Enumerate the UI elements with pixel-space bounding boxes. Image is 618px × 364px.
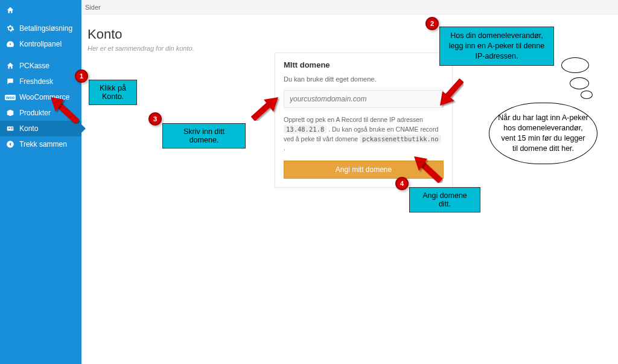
domain-input[interactable] (284, 90, 444, 108)
breadcrumb-bar: Sider (81, 0, 618, 14)
arrow-icon (410, 154, 444, 183)
sidebar-item-label: Trekk sammen (19, 140, 67, 148)
sidebar-item-label: Betalingsløsning (19, 24, 72, 33)
arrow-icon (249, 94, 282, 123)
svg-rect-2 (11, 127, 13, 128)
thought-bubble-dot (581, 91, 593, 99)
chat-icon (6, 77, 14, 86)
svg-rect-3 (11, 129, 13, 129)
gear-icon (6, 24, 14, 33)
annotation-badge-2: 2 (425, 17, 439, 30)
woocommerce-icon: woo (6, 93, 14, 101)
annotation-callout-4: Angi domene ditt. (409, 187, 480, 212)
sidebar-item-label: Freshdesk (19, 77, 53, 86)
sidebar-item-pckasse[interactable]: PCKasse (0, 58, 81, 74)
breadcrumb-label: Sider (85, 4, 101, 11)
arrow-icon (436, 77, 467, 110)
annotation-callout-2: Hos din domeneleverandør, legg inn en A-… (439, 27, 554, 66)
sidebar-item-label: PCKasse (19, 62, 49, 70)
thought-bubble-dot (561, 57, 589, 73)
thought-bubble-dot (570, 77, 589, 89)
sidebar-item-trekksammen[interactable]: Trekk sammen (0, 136, 81, 152)
ip-code: 13.48.21.8 (284, 125, 327, 133)
sidebar-item-betaling[interactable]: Betalingsløsning (0, 21, 81, 36)
gauge-icon (6, 40, 14, 48)
cname-code: pckassenettbutikk.no (360, 135, 441, 143)
annotation-callout-1: Klikk på Konto. (89, 80, 137, 105)
sidebar-item-home[interactable] (0, 0, 81, 21)
home-icon (6, 62, 14, 70)
sidebar-item-label: Konto (19, 124, 38, 133)
svg-point-1 (8, 127, 10, 129)
annotation-badge-1: 1 (75, 69, 88, 83)
sidebar: Betalingsløsning Kontrollpanel PCKasse F… (0, 0, 81, 364)
sidebar-item-freshdesk[interactable]: Freshdesk (0, 74, 81, 89)
sidebar-item-label: Kontrollpanel (19, 40, 62, 48)
panel-hint: Opprett og pek en A Record til denne IP … (284, 115, 444, 153)
sidebar-item-kontrollpanel[interactable]: Kontrollpanel (0, 36, 81, 52)
annotation-badge-3: 3 (148, 112, 162, 126)
id-card-icon (6, 124, 14, 133)
package-icon (6, 109, 14, 117)
arrow-left-circle-icon (6, 140, 14, 148)
panel-description: Du kan bruke ditt eget domene. (284, 75, 444, 83)
panel-title: MItt domene (284, 60, 444, 69)
annotation-callout-3: Skriv inn ditt domene. (162, 123, 246, 148)
sidebar-item-label: Produkter (19, 109, 51, 117)
home-icon (6, 6, 14, 14)
thought-bubble: Når du har lagt inn A-peker hos domenele… (489, 103, 597, 164)
annotation-badge-4: 4 (395, 177, 409, 190)
arrow-icon (47, 95, 80, 124)
